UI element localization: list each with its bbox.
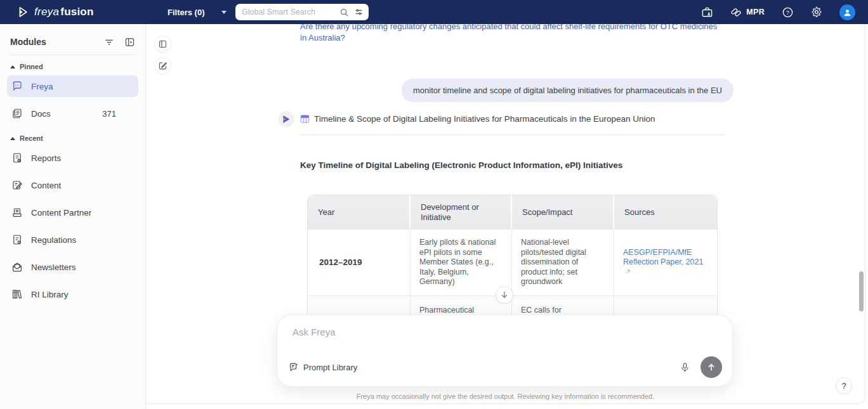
vertical-scrollbar-thumb[interactable] — [859, 271, 864, 311]
brand-script: freya — [34, 6, 59, 18]
sidebar-item-label: Regulations — [31, 235, 76, 245]
recent-section-toggle[interactable]: Recent — [10, 134, 135, 142]
documents-icon — [11, 108, 23, 119]
cell-sources: AESGP/EFPIA/MfE Reflection Paper, 2021 — [614, 229, 717, 295]
app-logo[interactable]: freyafusion — [16, 0, 94, 24]
global-search-input[interactable] — [242, 8, 334, 16]
sidebar-item-content-partner[interactable]: Content Partner — [7, 202, 138, 223]
disclaimer-text: Freya may occasionally not give the desi… — [146, 393, 865, 400]
sidebar-collapse-icon[interactable] — [124, 37, 135, 48]
sidebar-item-ri-library[interactable]: RI Library — [7, 283, 138, 305]
pinned-section-label: Pinned — [20, 63, 43, 70]
prompt-library-icon — [289, 362, 299, 372]
toggle-history-panel-button[interactable] — [154, 36, 171, 53]
mpr-label: MPR — [746, 8, 765, 16]
sidebar-item-content[interactable]: Content — [7, 174, 138, 196]
sidebar-item-label: Content — [31, 181, 61, 190]
mpr-menu[interactable]: MPR — [730, 6, 765, 18]
send-button[interactable] — [700, 356, 722, 378]
sidebar-title: Modules — [10, 37, 104, 47]
pinned-section-toggle[interactable]: Pinned — [10, 63, 135, 70]
ask-freya-composer: Prompt Library — [277, 315, 733, 387]
table-icon — [300, 114, 310, 124]
column-header: Scope/Impact — [512, 195, 614, 229]
column-header: Year — [308, 195, 411, 229]
table-row: 2012–2019 Early pilots & national ePI pi… — [308, 229, 717, 295]
sidebar-item-freya[interactable]: Freya — [7, 75, 138, 97]
partner-doc-icon — [11, 207, 23, 218]
collapse-triangle-icon — [10, 137, 15, 140]
user-avatar[interactable] — [839, 4, 855, 20]
external-link-icon — [625, 269, 631, 275]
response-title: Timeline & Scope of Digital Labeling Ini… — [314, 114, 655, 124]
workspace-briefcase-icon[interactable] — [701, 6, 713, 18]
sidebar-item-reports[interactable]: Reports — [7, 147, 138, 169]
cell-initiative: Early pilots & national ePI pilots in so… — [411, 229, 512, 295]
newsletter-icon — [11, 261, 23, 273]
sidebar-item-label: Newsletters — [31, 263, 76, 272]
previous-question-link[interactable]: Are there any upcoming regulatory change… — [300, 24, 720, 44]
filters-button[interactable]: Filters (0) — [168, 8, 205, 17]
column-header: Development or Initiative — [411, 195, 512, 229]
help-fab-button[interactable]: ? — [836, 377, 852, 394]
top-navbar: freyafusion Filters (0) MPR ? — [0, 0, 868, 24]
new-chat-compose-button[interactable] — [154, 57, 171, 74]
sidebar-item-label: Content Partner — [31, 208, 91, 217]
sidebar-item-label: RI Library — [31, 290, 69, 299]
library-books-icon — [11, 289, 23, 300]
search-filter-sliders-icon[interactable] — [354, 8, 364, 17]
chat-bubble-icon — [11, 81, 23, 92]
content-doc-icon — [11, 179, 23, 191]
user-message-bubble: monitor timeline and scope of digital la… — [402, 79, 733, 102]
sidebar-item-label: Docs — [31, 109, 51, 119]
report-doc-icon — [11, 152, 23, 164]
sidebar-item-regulations[interactable]: Regulations — [7, 229, 138, 250]
main-content-panel: Are there any upcoming regulatory change… — [146, 24, 865, 404]
global-search — [235, 4, 369, 20]
sidebar-item-newsletters[interactable]: Newsletters — [7, 256, 138, 278]
composer-input[interactable] — [293, 327, 711, 356]
sidebar-item-label: Freya — [31, 82, 53, 91]
recent-section-label: Recent — [20, 134, 43, 142]
sidebar-item-label: Reports — [31, 153, 61, 163]
freya-play-logo-icon — [16, 6, 29, 18]
regulation-doc-icon — [11, 234, 23, 245]
freya-response-avatar — [278, 111, 294, 127]
column-header: Sources — [614, 195, 717, 229]
microphone-icon[interactable] — [680, 362, 690, 373]
prompt-library-label: Prompt Library — [303, 363, 357, 372]
filters-caret-down-icon[interactable] — [221, 11, 227, 14]
sidebar-filter-icon[interactable] — [104, 37, 114, 47]
modules-sidebar: Modules Pinned Freya Docs 371 Recent — [0, 24, 146, 409]
docs-count-badge: 371 — [102, 109, 116, 119]
sidebar-item-docs[interactable]: Docs 371 — [7, 103, 138, 124]
scroll-to-bottom-button[interactable] — [496, 286, 513, 304]
table-section-heading: Key Timeline of Digital Labeling (Electr… — [300, 160, 622, 170]
help-icon[interactable]: ? — [782, 6, 794, 18]
source-link[interactable]: AESGP/EFPIA/MfE Reflection Paper, 2021 — [623, 248, 708, 278]
pills-icon — [730, 6, 742, 18]
svg-text:?: ? — [786, 9, 789, 15]
sidebar-divider — [9, 55, 136, 55]
table-header-row: Year Development or Initiative Scope/Imp… — [308, 195, 717, 229]
search-icon[interactable] — [339, 8, 349, 17]
response-divider — [300, 134, 724, 135]
prompt-library-button[interactable]: Prompt Library — [289, 362, 357, 372]
brand-bold: fusion — [60, 6, 93, 18]
collapse-triangle-icon — [10, 65, 15, 68]
settings-gear-icon[interactable] — [811, 6, 822, 18]
cell-year: 2012–2019 — [308, 229, 411, 295]
cell-scope: National-level pilots/tested digital dis… — [512, 229, 614, 295]
